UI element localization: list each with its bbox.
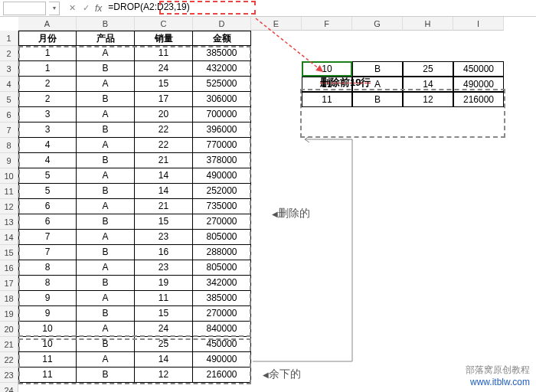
header-product[interactable]: 产品	[77, 31, 135, 46]
accept-icon[interactable]: ✓	[80, 2, 92, 15]
cell[interactable]: A	[77, 77, 135, 92]
col-header-d[interactable]: D	[193, 17, 251, 31]
header-amount[interactable]: 金额	[193, 31, 251, 46]
cell[interactable]: 14	[135, 184, 193, 199]
cell[interactable]: 432000	[193, 61, 251, 77]
cell[interactable]: 1	[18, 61, 77, 77]
cell[interactable]: 385000	[193, 46, 251, 61]
cell[interactable]: B	[77, 184, 135, 199]
cell[interactable]: 8	[18, 260, 77, 276]
row-header[interactable]: 19	[0, 306, 18, 322]
row-header[interactable]: 5	[0, 92, 18, 107]
cell[interactable]: 8	[18, 276, 77, 291]
header-sales[interactable]: 销量	[135, 31, 193, 46]
cell[interactable]: 24	[135, 322, 193, 337]
row-header[interactable]: 1	[0, 31, 18, 46]
row-header[interactable]: 13	[0, 214, 18, 230]
row-header[interactable]: 3	[0, 61, 18, 77]
row-header[interactable]: 4	[0, 77, 18, 92]
cell[interactable]: 4	[18, 138, 77, 153]
cell[interactable]: 22	[135, 122, 193, 138]
cell[interactable]: 21	[135, 199, 193, 214]
cell[interactable]: 216000	[193, 368, 251, 383]
cell[interactable]: A	[77, 138, 135, 153]
cell[interactable]: B	[77, 153, 135, 168]
row-header[interactable]: 7	[0, 122, 18, 138]
cell[interactable]: 14	[135, 352, 193, 368]
cell[interactable]: 7	[18, 230, 77, 245]
cell[interactable]: 700000	[193, 107, 251, 122]
col-header-b[interactable]: B	[77, 17, 135, 31]
col-header-e[interactable]: E	[251, 17, 302, 31]
cell[interactable]: 805000	[193, 260, 251, 276]
cell[interactable]: 23	[135, 260, 193, 276]
grid[interactable]: 月份 产品 销量 金额 1A113850001B244320002A155250…	[18, 31, 251, 383]
cell[interactable]: 490000	[193, 168, 251, 184]
cell[interactable]: 450000	[453, 61, 504, 77]
cell[interactable]: 14	[135, 168, 193, 184]
cell[interactable]: 270000	[193, 214, 251, 230]
row-header[interactable]: 9	[0, 153, 18, 168]
cell[interactable]: 15	[135, 306, 193, 322]
cell[interactable]: B	[77, 245, 135, 260]
cell[interactable]: 252000	[193, 184, 251, 199]
row-header[interactable]: 15	[0, 245, 18, 260]
cell[interactable]: 11	[18, 368, 77, 383]
cell[interactable]: A	[77, 107, 135, 122]
cell[interactable]: 21	[135, 153, 193, 168]
cell[interactable]: A	[77, 168, 135, 184]
cell[interactable]: 385000	[193, 291, 251, 306]
cell[interactable]: 2	[18, 77, 77, 92]
cell[interactable]: 11	[302, 77, 352, 92]
row-header[interactable]: 12	[0, 199, 18, 214]
cell[interactable]: B	[77, 276, 135, 291]
cell[interactable]: 15	[135, 214, 193, 230]
row-header[interactable]: 11	[0, 184, 18, 199]
cell[interactable]: B	[77, 306, 135, 322]
fx-icon[interactable]: fx	[95, 3, 102, 14]
cell[interactable]: A	[77, 230, 135, 245]
col-header-i[interactable]: I	[453, 17, 504, 31]
row-header[interactable]: 21	[0, 337, 18, 352]
cell[interactable]: 216000	[453, 92, 504, 107]
row-header[interactable]: 10	[0, 168, 18, 184]
cell[interactable]: 10	[18, 322, 77, 337]
cell[interactable]: B	[77, 337, 135, 352]
cell[interactable]: 16	[135, 245, 193, 260]
cell[interactable]: 15	[135, 77, 193, 92]
cell[interactable]: 450000	[193, 337, 251, 352]
cell[interactable]: 840000	[193, 322, 251, 337]
cell[interactable]: 525000	[193, 77, 251, 92]
cell[interactable]: B	[77, 61, 135, 77]
col-header-c[interactable]: C	[135, 17, 193, 31]
cell[interactable]: 12	[403, 92, 453, 107]
row-header[interactable]: 24	[0, 383, 18, 392]
cell[interactable]: 11	[302, 92, 352, 107]
cell[interactable]: B	[352, 61, 403, 77]
header-month[interactable]: 月份	[18, 31, 77, 46]
cell[interactable]: B	[77, 214, 135, 230]
cell[interactable]: 22	[135, 138, 193, 153]
cancel-icon[interactable]: ✕	[66, 2, 78, 15]
name-box[interactable]	[3, 2, 46, 15]
name-box-dropdown[interactable]: ▾	[49, 2, 60, 15]
cell[interactable]: 24	[135, 61, 193, 77]
col-header-h[interactable]: H	[403, 17, 453, 31]
row-header[interactable]: 17	[0, 276, 18, 291]
cell[interactable]: A	[77, 352, 135, 368]
cell[interactable]: 288000	[193, 245, 251, 260]
cell[interactable]: 9	[18, 291, 77, 306]
cell[interactable]: 396000	[193, 122, 251, 138]
cell[interactable]: 5	[18, 168, 77, 184]
cell[interactable]: A	[77, 199, 135, 214]
cell[interactable]: 11	[18, 352, 77, 368]
cell[interactable]: 10	[18, 337, 77, 352]
cell[interactable]: 4	[18, 153, 77, 168]
cell[interactable]: 805000	[193, 230, 251, 245]
cell[interactable]: 378000	[193, 153, 251, 168]
cell[interactable]: A	[352, 77, 403, 92]
cell[interactable]: 25	[403, 61, 453, 77]
row-header[interactable]: 16	[0, 260, 18, 276]
cell[interactable]: A	[77, 322, 135, 337]
cell[interactable]: B	[77, 92, 135, 107]
